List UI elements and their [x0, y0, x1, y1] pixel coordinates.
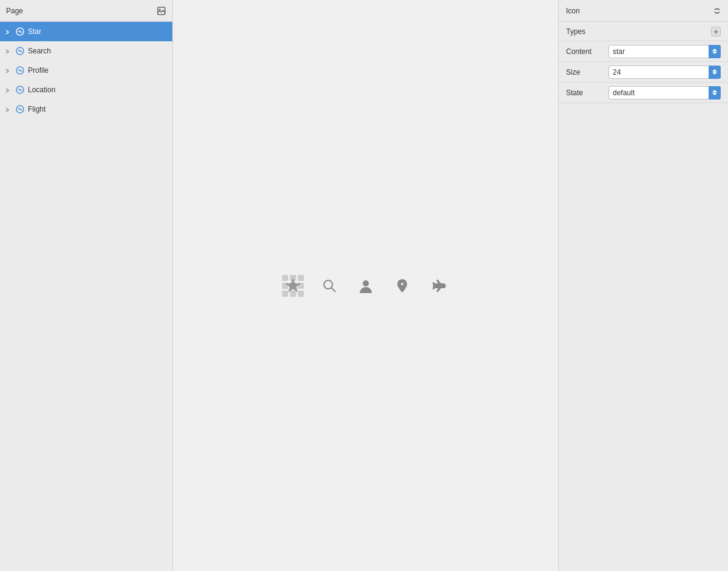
sidebar: Page Star Search — [0, 0, 173, 571]
loop-icon-search — [15, 46, 25, 56]
svg-rect-15 — [298, 291, 304, 297]
canvas-search-icon — [318, 275, 340, 297]
content-select[interactable]: star search profile location flight — [608, 45, 721, 58]
content-select-wrapper: star search profile location flight — [608, 45, 721, 58]
icon-row — [282, 275, 450, 297]
size-control: 24 16 32 48 — [608, 66, 721, 79]
page-title: Page — [6, 7, 23, 15]
size-label: Size — [566, 68, 608, 76]
sidebar-item-star[interactable]: Star — [0, 22, 172, 41]
types-label: Types — [566, 27, 585, 36]
svg-rect-7 — [282, 275, 288, 281]
main-canvas — [173, 0, 558, 571]
svg-point-20 — [400, 282, 404, 286]
state-select-wrapper: default hover active disabled — [608, 86, 721, 100]
sidebar-item-location[interactable]: Location — [0, 80, 172, 100]
content-control: star search profile location flight — [608, 45, 721, 58]
sidebar-item-flight-label: Flight — [28, 105, 46, 113]
types-row: Types + — [559, 22, 728, 41]
sidebar-item-star-label: Star — [28, 27, 41, 36]
svg-rect-9 — [298, 275, 304, 281]
loop-icon-profile — [15, 65, 25, 76]
canvas-profile-icon — [355, 275, 377, 297]
canvas-location-icon — [391, 275, 413, 297]
svg-point-17 — [324, 280, 332, 289]
svg-rect-13 — [282, 291, 288, 297]
chevron-right-icon-search — [5, 47, 12, 55]
state-label: State — [566, 89, 608, 97]
sidebar-item-flight[interactable]: Flight — [0, 100, 172, 119]
canvas-star-icon — [282, 275, 304, 297]
chevron-right-icon — [5, 28, 12, 35]
size-row: Size 24 16 32 48 — [559, 62, 728, 83]
svg-line-18 — [331, 288, 335, 292]
sidebar-header: Page — [0, 0, 172, 22]
size-select-wrapper: 24 16 32 48 — [608, 66, 721, 79]
loop-icon-star — [15, 26, 25, 37]
svg-rect-14 — [290, 291, 296, 297]
loop-icon-location — [15, 84, 25, 95]
chevron-right-icon-flight — [5, 106, 12, 113]
image-icon — [157, 6, 166, 16]
panel-chevron-icon[interactable] — [713, 7, 721, 15]
content-row: Content star search profile location fli… — [559, 41, 728, 62]
state-select[interactable]: default hover active disabled — [608, 86, 721, 100]
canvas-flight-icon — [428, 275, 450, 297]
types-add-button[interactable]: + — [711, 27, 721, 36]
panel-header: Icon — [559, 0, 728, 22]
sidebar-item-profile[interactable]: Profile — [0, 61, 172, 80]
sidebar-item-profile-label: Profile — [28, 66, 49, 75]
sidebar-item-search-label: Search — [28, 47, 51, 55]
sidebar-item-location-label: Location — [28, 86, 55, 94]
loop-icon-flight — [15, 104, 25, 115]
sidebar-item-search[interactable]: Search — [0, 41, 172, 61]
size-select[interactable]: 24 16 32 48 — [608, 66, 721, 79]
panel-title: Icon — [566, 7, 580, 15]
chevron-right-icon-profile — [5, 67, 12, 74]
state-row: State default hover active disabled — [559, 83, 728, 103]
state-control: default hover active disabled — [608, 86, 721, 100]
right-panel: Icon Types + Content star search profile… — [558, 0, 728, 571]
chevron-right-icon-location — [5, 86, 12, 93]
content-label: Content — [566, 47, 608, 56]
svg-point-19 — [363, 280, 369, 286]
